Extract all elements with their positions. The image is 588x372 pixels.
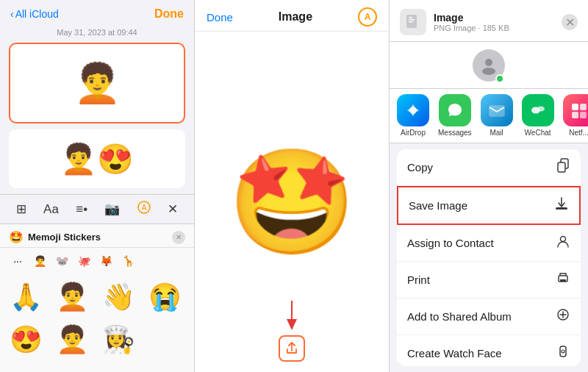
- share-header: Image PNG Image · 185 KB ✕: [390, 0, 588, 42]
- svg-rect-19: [558, 162, 565, 172]
- panel2-image-area: 🤩: [195, 32, 389, 372]
- sticker-panel: 🤩 Memoji Stickers ✕ ··· 🧑‍🦱 🐭 🐙 🦊 🦒 🙏 🧑‍…: [0, 224, 194, 372]
- panel2-circle-label: A: [365, 12, 371, 22]
- save-image-action[interactable]: Save Image: [397, 186, 581, 225]
- sticker-item-3[interactable]: 👋: [98, 277, 138, 317]
- airdrop-label: AirDrop: [401, 129, 426, 137]
- svg-rect-5: [409, 19, 415, 21]
- sticker-item-7[interactable]: 👩‍🍳: [98, 320, 138, 360]
- mail-label: Mail: [490, 129, 503, 137]
- more-app-icon: [563, 94, 588, 126]
- shared-album-action[interactable]: Add to Shared Album: [397, 298, 581, 335]
- more-label: Netf...: [569, 129, 588, 137]
- selected-message-image[interactable]: 🧑‍🦱: [9, 43, 185, 124]
- messages-app[interactable]: Messages: [438, 94, 472, 137]
- sticker-item-1[interactable]: 🙏: [6, 277, 46, 317]
- airdrop-app[interactable]: AirDrop: [397, 94, 429, 137]
- svg-point-13: [537, 107, 545, 112]
- assign-contact-label: Assign to Contact: [407, 237, 494, 249]
- sticker-dot-4[interactable]: 🦊: [97, 252, 115, 270]
- panel1-header: ‹ All iCloud Done: [0, 0, 194, 25]
- back-button[interactable]: ‹ All iCloud: [10, 8, 59, 20]
- memoji-emoji-1: 🧑‍🦱: [74, 64, 121, 102]
- share-close-button[interactable]: ✕: [562, 14, 578, 30]
- copy-label: Copy: [407, 161, 433, 174]
- sticker-grid: 🙏 🧑‍🦱 👋 😭 😍 🧑‍🦱 👩‍🍳: [0, 274, 194, 362]
- share-file-icon: [400, 9, 426, 35]
- wechat-label: WeChat: [525, 129, 551, 137]
- main-memoji-image: 🤩: [228, 151, 356, 254]
- share-file-name: Image: [434, 12, 554, 24]
- shared-album-label: Add to Shared Album: [407, 310, 512, 323]
- actions-list: Copy Save Image Assign to Contact: [397, 149, 581, 366]
- sticker-item-5[interactable]: 😍: [6, 320, 46, 360]
- sticker-dots-row: ··· 🧑‍🦱 🐭 🐙 🦊 🦒: [0, 248, 194, 274]
- sticker-item-2[interactable]: 🧑‍🦱: [52, 277, 92, 317]
- print-action[interactable]: Print: [397, 262, 581, 298]
- sticker-dot-1[interactable]: 🧑‍🦱: [31, 252, 49, 270]
- svg-marker-3: [287, 319, 297, 330]
- svg-rect-11: [490, 106, 504, 116]
- share-file-info: Image PNG Image · 185 KB: [434, 12, 554, 32]
- watch-face-icon: [556, 344, 570, 362]
- normal-message-image[interactable]: 🧑‍🦱😍: [9, 129, 185, 188]
- print-icon: [556, 271, 570, 289]
- assign-contact-icon: [556, 234, 570, 252]
- watch-face-action[interactable]: Create Watch Face: [397, 335, 581, 366]
- wechat-icon: [522, 94, 554, 126]
- panel2-title: Image: [279, 10, 312, 24]
- svg-point-9: [482, 68, 495, 75]
- done-button[interactable]: Done: [154, 7, 184, 21]
- svg-text:A: A: [142, 204, 147, 212]
- sticker-close-button[interactable]: ✕: [172, 231, 185, 244]
- save-image-label: Save Image: [409, 199, 467, 212]
- red-arrow-indicator: [273, 297, 310, 334]
- svg-rect-14: [572, 104, 578, 110]
- mail-app[interactable]: Mail: [481, 94, 513, 137]
- format-icon[interactable]: ≡•: [76, 202, 87, 217]
- sticker-item-4[interactable]: 😭: [145, 277, 184, 317]
- svg-rect-23: [560, 279, 566, 282]
- text-icon[interactable]: Aa: [43, 202, 59, 217]
- copy-action[interactable]: Copy: [397, 149, 581, 186]
- svg-rect-25: [560, 346, 566, 357]
- chevron-left-icon: ‹: [10, 8, 14, 20]
- camera-icon[interactable]: 📷: [104, 201, 120, 217]
- panel2-circle-button[interactable]: A: [358, 7, 377, 26]
- message-toolbar: ⊞ Aa ≡• 📷 A ✕: [0, 194, 194, 224]
- sticker-item-6[interactable]: 🧑‍🦱: [52, 320, 92, 360]
- share-file-meta: PNG Image · 185 KB: [434, 24, 554, 32]
- sticker-dot-5[interactable]: 🦒: [119, 252, 137, 270]
- svg-rect-17: [580, 112, 587, 118]
- sticker-header: 🤩 Memoji Stickers ✕: [0, 224, 194, 248]
- grid-icon[interactable]: ⊞: [16, 201, 26, 217]
- messages-icon: [439, 94, 471, 126]
- image-panel: Done Image A 🤩: [195, 0, 390, 372]
- sticker-dot-more[interactable]: ···: [9, 252, 26, 270]
- svg-point-8: [485, 59, 492, 66]
- sticker-dot-3[interactable]: 🐙: [75, 252, 93, 270]
- sticker-emoji-icon: 🤩: [9, 230, 24, 244]
- watch-face-label: Create Watch Face: [407, 347, 502, 360]
- assign-contact-action[interactable]: Assign to Contact: [397, 225, 581, 262]
- share-button-panel2[interactable]: [279, 335, 305, 362]
- svg-rect-16: [572, 112, 578, 118]
- save-image-icon: [554, 196, 569, 215]
- apps-row: AirDrop Messages Mail: [390, 89, 588, 143]
- contact-online-indicator: [495, 74, 504, 83]
- airdrop-icon: [397, 94, 429, 126]
- svg-rect-15: [580, 104, 587, 110]
- sticker-dot-2[interactable]: 🐭: [53, 252, 71, 270]
- panel2-header: Done Image A: [195, 0, 389, 32]
- panel2-done-button[interactable]: Done: [207, 11, 233, 24]
- mail-icon: [481, 94, 513, 126]
- back-label: All iCloud: [15, 8, 59, 20]
- shared-album-icon: [556, 307, 570, 326]
- circle-a-icon[interactable]: A: [137, 201, 151, 218]
- svg-point-21: [561, 236, 566, 241]
- messages-panel: ‹ All iCloud Done May 31, 2023 at 09:44 …: [0, 0, 195, 372]
- sticker-panel-title: Memoji Stickers: [28, 232, 101, 243]
- wechat-app[interactable]: WeChat: [522, 94, 554, 137]
- close-toolbar-icon[interactable]: ✕: [168, 201, 178, 217]
- more-app[interactable]: Netf...: [563, 94, 588, 137]
